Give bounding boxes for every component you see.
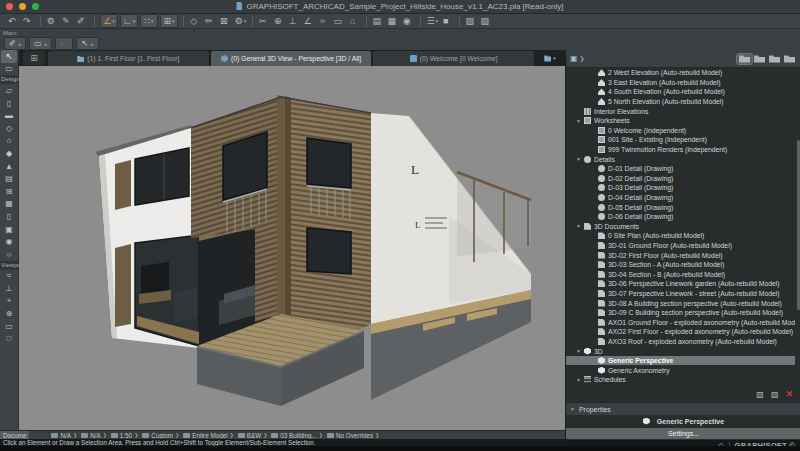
navigator-tree-item[interactable]: ▼ 0 Site Plan (Auto-rebuild Model)	[566, 231, 795, 241]
navigator-tree-item[interactable]: ▼ Interior Elevations	[566, 106, 795, 116]
adjust-icon[interactable]: ⊕▾	[273, 15, 286, 27]
navigator-tree-item[interactable]: ▼ D-04 Detail (Drawing)	[566, 193, 795, 203]
trim-icon[interactable]: ✂▾	[258, 15, 271, 27]
publisher-sets-icon[interactable]	[782, 54, 797, 64]
navigator-tree-item[interactable]: ▼ D-05 Detail (Drawing)	[566, 202, 795, 212]
grid-snap-icon[interactable]: ⊞▾	[160, 14, 178, 28]
detail-tool[interactable]: +	[1, 295, 17, 308]
navigator-tree-item[interactable]: ▼ 3D-03 Section - A (Auto-rebuild Model)	[566, 260, 795, 270]
stretch-icon[interactable]: ▭▾	[333, 15, 346, 27]
navigator-tree-item[interactable]: ▼ Details	[566, 154, 795, 164]
navigator-tree-item[interactable]: ▼ 999 Twinmotion Renders (Independent)	[566, 145, 795, 155]
navigator-tree-item[interactable]: ▼ Generic Perspective	[566, 356, 795, 366]
stories-icon[interactable]: ▦▾	[387, 15, 400, 27]
tab-welcome[interactable]: (0) Welcome [0 Welcome]	[373, 51, 534, 66]
guide-lines-icon[interactable]: ∠▾	[100, 14, 118, 28]
navigator-tree-item[interactable]: ▼ 0 Welcome (Independent)	[566, 126, 795, 136]
quick-option-field[interactable]: Entire Model ❯	[183, 432, 234, 439]
worksheet-tool[interactable]: ⊕	[1, 307, 17, 320]
mesh-tool[interactable]: ▲	[1, 160, 17, 173]
suspend-groups-icon[interactable]: ◇▾	[189, 15, 202, 27]
new-tab-button[interactable]: ▾	[535, 50, 565, 66]
stair-tool[interactable]: ▤	[1, 172, 17, 185]
snap-points-icon[interactable]: ∷▾	[140, 14, 158, 28]
navigator-tree-item[interactable]: ▼ Worksheets	[566, 116, 795, 126]
snap-guides-icon[interactable]: ∟▾	[120, 14, 138, 28]
navigator-tree-item[interactable]: ▼ 3D-02 First Floor (Auto-rebuild Model)	[566, 250, 795, 260]
inject-parameters-icon[interactable]: ✐▾	[76, 15, 89, 27]
object-tool[interactable]: ◉	[1, 235, 17, 248]
quick-option-field[interactable]: N/A ❯	[81, 432, 107, 439]
tab-3d-perspective[interactable]: (0) General 3D View - Perspective [3D / …	[211, 51, 372, 66]
quick-option-field[interactable]: 1:50 ❯	[111, 432, 138, 439]
renovation-icon[interactable]: ◉▾	[402, 15, 415, 27]
quick-option-field[interactable]: Custom ❯	[142, 432, 179, 439]
redo-icon[interactable]: ↷▾	[22, 15, 35, 27]
views-icon[interactable]: ☰▾	[426, 15, 439, 27]
navigator-tree-item[interactable]: ▼ 3D-07 Perspective Linework - street (A…	[566, 289, 795, 299]
project-map-icon[interactable]	[737, 54, 752, 64]
teamwork-receive-icon[interactable]: ▨▾	[480, 15, 493, 27]
teamwork-send-icon[interactable]: ▧▾	[465, 15, 478, 27]
layers-icon[interactable]: ▤▾	[372, 15, 385, 27]
navigator-tree-item[interactable]: ▼ 3D-09 C Building section perspective (…	[566, 308, 795, 318]
quick-option-field[interactable]: N/A ❯	[51, 432, 77, 439]
camera-tool[interactable]: ▭	[1, 320, 17, 333]
beam-tool[interactable]: ▬	[1, 109, 17, 122]
navigator-tree-item[interactable]: ▼ 3D-06 Perspective Linework garden (Aut…	[566, 279, 795, 289]
slab-tool[interactable]: ◇	[1, 122, 17, 135]
layout-book-icon[interactable]	[767, 54, 782, 64]
navigator-tree-item[interactable]: ▼ 3D	[566, 346, 795, 356]
undo-icon[interactable]: ↶▾	[7, 15, 20, 27]
elevation-tool[interactable]: ⊥	[1, 282, 17, 295]
3d-cutaway-icon[interactable]: ⌂▾	[348, 15, 361, 27]
new-viewpoint-icon[interactable]: ▧	[756, 390, 764, 399]
navigator-tree-item[interactable]: ▼ 3D Documents	[566, 222, 795, 232]
door-tool[interactable]: ▯	[1, 210, 17, 223]
navigator-tree-item[interactable]: ▼ D-06 Detail (Drawing)	[566, 212, 795, 222]
properties-header[interactable]: ▼ Properties	[566, 402, 800, 415]
navigator-tree-item[interactable]: ▼ D-02 Detail (Drawing)	[566, 174, 795, 184]
navigator-tree-item[interactable]: ▼ 5 North Elevation (Auto-rebuild Model)	[566, 97, 795, 107]
favorites-button[interactable]: ✐▸	[4, 37, 26, 50]
quick-option-field[interactable]: B&W ❯	[238, 432, 268, 439]
pick-up-parameters-icon[interactable]: ✎▾	[61, 15, 74, 27]
quick-option-field[interactable]: No Overrides ❯	[327, 432, 379, 439]
arrow-tool[interactable]: ↖	[1, 50, 17, 63]
delete-icon[interactable]: ✕	[785, 389, 793, 399]
column-tool[interactable]: ▯	[1, 97, 17, 110]
magic-wand-icon[interactable]: ✏▾	[204, 15, 217, 27]
clone-folder-icon[interactable]: ▨	[771, 390, 779, 399]
navigator-tree-item[interactable]: ▼ AXO3 Roof - exploded axonometry (Auto-…	[566, 337, 795, 347]
navigator-tree-item[interactable]: ▼ 001 Site - Existing (Independent)	[566, 135, 795, 145]
navigator-tree-item[interactable]: ▼ AXO1 Ground Floor - exploded axonometr…	[566, 317, 795, 327]
tab-overview-icon[interactable]: ⊞	[23, 51, 45, 65]
marquee-tool[interactable]: ▭	[1, 63, 17, 76]
navigator-tree-item[interactable]: ▼ 3D-04 Section - B (Auto-rebuild Model)	[566, 269, 795, 279]
view-map-icon[interactable]	[752, 54, 767, 64]
navigator-tree-item[interactable]: ▼ 4 South Elevation (Auto-rebuild Model)	[566, 87, 795, 97]
fillet-icon[interactable]: ∠▾	[303, 15, 316, 27]
lamp-tool[interactable]: ○	[1, 248, 17, 261]
navigator-tree-item[interactable]: ▼ 3D-01 Ground Floor (Auto-rebuild Model…	[566, 241, 795, 251]
railing-tool[interactable]: ⊞	[1, 185, 17, 198]
navigator-tree-item[interactable]: ▼ 3 East Elevation (Auto-rebuild Model)	[566, 78, 795, 88]
roof-tool[interactable]: ⌂	[1, 135, 17, 148]
settings-button[interactable]: Settings...	[566, 428, 800, 439]
publish-icon[interactable]: ■▾	[441, 15, 454, 27]
shell-tool[interactable]: ◆	[1, 147, 17, 160]
arrow-tool-button[interactable]: ↖▸	[76, 37, 98, 50]
3d-camera-tool[interactable]: □	[1, 332, 17, 345]
navigator-tree-item[interactable]: ▼ 3D-08 A Building section perspective (…	[566, 298, 795, 308]
element-settings-button[interactable]: ▭▸	[29, 37, 52, 50]
split-icon[interactable]: ⊥▾	[288, 15, 301, 27]
marquee-mode-icon[interactable]: ⊠▾	[219, 15, 232, 27]
project-chooser-icon[interactable]: ▣❯	[570, 54, 585, 63]
navigator-tree-item[interactable]: ▼ 2 West Elevation (Auto-rebuild Model)	[566, 68, 795, 78]
navigator-tree-item[interactable]: ▼ Schedules	[566, 375, 795, 385]
navigator-tree-item[interactable]: ▼ D-01 Detail (Drawing)	[566, 164, 795, 174]
tab-first-floor[interactable]: (1) 1. First Floor [1. First Floor]	[48, 51, 209, 66]
parameters-icon[interactable]: ⚙▾	[46, 15, 59, 27]
options-icon[interactable]: ⚙▾	[234, 15, 247, 27]
quick-option-field[interactable]: 03 Building... ❯	[271, 432, 323, 439]
